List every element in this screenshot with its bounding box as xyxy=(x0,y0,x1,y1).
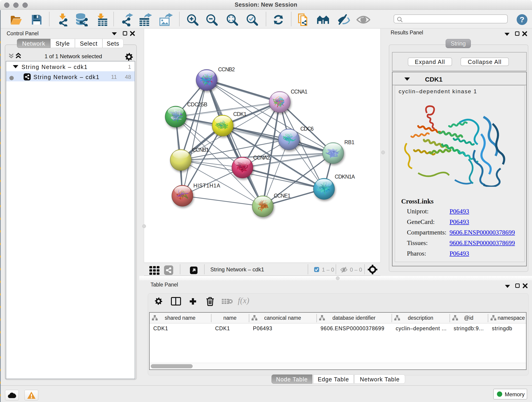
svg-text:CCNB1: CCNB1 xyxy=(192,147,209,153)
svg-text:HIST1H1A: HIST1H1A xyxy=(193,183,220,189)
svg-text:CDC25B: CDC25B xyxy=(187,102,207,108)
svg-text:CDKN1A: CDKN1A xyxy=(335,174,355,180)
svg-text:CDC6: CDC6 xyxy=(300,126,314,132)
svg-text:CCNA1: CCNA1 xyxy=(291,89,307,95)
svg-text:CCNE1: CCNE1 xyxy=(274,193,291,199)
svg-text:CDK1: CDK1 xyxy=(233,111,247,117)
svg-text:CCNB2: CCNB2 xyxy=(218,66,235,72)
svg-text:CCNA2: CCNA2 xyxy=(253,155,270,161)
svg-text:RB1: RB1 xyxy=(344,139,355,145)
